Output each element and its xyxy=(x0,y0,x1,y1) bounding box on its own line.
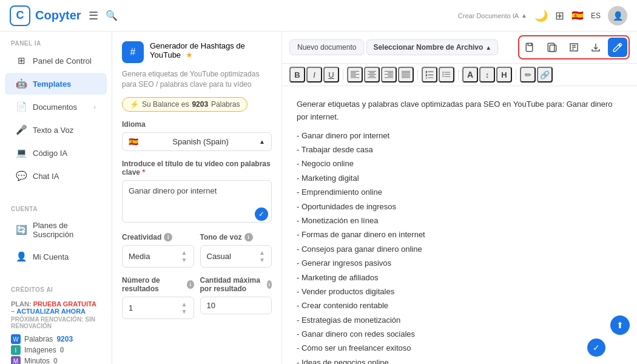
sidebar-item-documentos[interactable]: 📄 Documentos › xyxy=(5,96,107,118)
file-btn-doc[interactable] xyxy=(564,38,584,57)
balance-value: 9203 xyxy=(192,100,208,109)
credit-value: 0 xyxy=(53,357,58,364)
list-item: - Ganar dinero con redes sociales xyxy=(297,327,622,341)
check-float-btn[interactable]: ✓ xyxy=(587,339,605,357)
list-item: - Formas de ganar dinero en internet xyxy=(297,228,622,241)
fmt-sep-1 xyxy=(343,69,343,80)
format-font-size[interactable]: A xyxy=(462,67,478,83)
credit-value: 9203 xyxy=(56,335,73,343)
topnav: C Copyter ☰ 🔍 Crear Documento IA ▲ 🌙 ⊞ 🇪… xyxy=(0,0,637,32)
format-align-center[interactable] xyxy=(364,67,380,83)
select-archivo-btn[interactable]: Seleccionar Nombre de Archivo ▲ xyxy=(366,39,498,55)
format-link[interactable]: 🔗 xyxy=(537,67,553,83)
balance-label: Su Balance es xyxy=(142,100,189,109)
credit-minutos: M Minutos 0 xyxy=(11,356,101,364)
editor-content: Generar etiquetas y palabras clave optim… xyxy=(282,86,637,364)
creatividad-select[interactable]: Media ▲▼ xyxy=(122,245,194,268)
format-align-justify[interactable] xyxy=(398,67,414,83)
num-stepper-arrows[interactable]: ▲▼ xyxy=(181,301,187,315)
creatividad-stepper[interactable]: ▲▼ xyxy=(181,249,187,263)
idioma-label: Idioma xyxy=(122,120,272,129)
content-intro: Generar etiquetas y palabras clave optim… xyxy=(297,98,622,124)
tono-info-icon[interactable]: i xyxy=(244,233,253,241)
svg-rect-2 xyxy=(550,45,556,52)
format-italic[interactable]: I xyxy=(306,67,322,83)
templates-icon: 🤖 xyxy=(16,78,27,89)
format-heading[interactable]: H xyxy=(496,67,512,83)
credit-label: Imágenes xyxy=(24,346,56,354)
star-icon: ★ xyxy=(186,50,193,59)
bolt-icon: ⚡ xyxy=(130,100,139,109)
format-bold[interactable]: B xyxy=(289,67,305,83)
list-item: - Oportunidades de ingresos xyxy=(297,200,622,214)
doc-name-btn[interactable]: Nuevo documento xyxy=(289,39,364,55)
sidebar-item-chat-ia[interactable]: 💬 Chat IA xyxy=(5,165,107,187)
tono-select[interactable]: Casual ▲▼ xyxy=(200,245,272,268)
sidebar-item-label: Chat IA xyxy=(33,172,59,181)
user-avatar[interactable]: 👤 xyxy=(608,6,627,25)
dark-mode-icon[interactable]: 🌙 xyxy=(534,9,548,22)
logo-box: C xyxy=(10,5,30,26)
num-resultados-label: Número de resultados i xyxy=(122,276,194,293)
file-btn-copy[interactable] xyxy=(542,38,562,57)
format-list-unordered[interactable] xyxy=(439,67,454,83)
tono-stepper[interactable]: ▲▼ xyxy=(259,249,265,263)
idioma-select[interactable]: 🇪🇸 Spanish (Spain) ▲ xyxy=(122,132,272,151)
sidebar-item-label: Mi Cuenta xyxy=(33,252,69,261)
num-resultados-stepper[interactable]: 1 ▲▼ xyxy=(122,297,194,319)
format-paint[interactable]: ✏ xyxy=(520,67,536,83)
fmt-sep-2 xyxy=(417,69,418,80)
scroll-to-top-btn[interactable]: ⬆ xyxy=(610,315,630,335)
creatividad-value: Media xyxy=(129,252,150,261)
num-resultados-info-icon[interactable]: i xyxy=(187,280,194,289)
renovacion-label: PRÓXIMA RENOVACIÓN: SIN RENOVACIÓN xyxy=(11,316,101,329)
cantidad-max-label: Cantidad máxima por resultado i xyxy=(200,276,272,293)
fullscreen-icon[interactable]: ⊞ xyxy=(555,9,564,22)
cantidad-max-stepper[interactable]: 10 xyxy=(200,297,272,314)
file-btn-new[interactable] xyxy=(521,38,540,57)
list-item: - Ideas de negocios online xyxy=(297,356,622,364)
sidebar-item-codigo-ia[interactable]: 💻 Código IA xyxy=(5,142,107,164)
plan-upgrade[interactable]: ACTUALIZAR AHORA xyxy=(16,308,86,315)
cantidad-max-info-icon[interactable]: i xyxy=(267,280,272,289)
crear-label: Crear Documento IA xyxy=(458,12,519,19)
list-item: - Consejos para ganar dinero online xyxy=(297,242,622,256)
format-underline[interactable]: U xyxy=(323,67,339,83)
format-line-height[interactable]: ↕ xyxy=(479,67,495,83)
sidebar-item-texto-voz[interactable]: 🎤 Texto a Voz xyxy=(5,119,107,141)
tono-value: Casual xyxy=(207,252,231,261)
list-item: - Estrategias de monetización xyxy=(297,313,622,327)
credit-label: Minutos xyxy=(24,357,50,364)
titulo-textarea[interactable]: Ganar dinero por internet xyxy=(122,180,272,223)
balance-unit: Palabras xyxy=(211,100,240,109)
panel-ia-label: PANEL IA xyxy=(0,32,112,49)
credit-imagenes: I Imágenes 0 xyxy=(11,345,101,355)
cuenta-label: CUENTA xyxy=(0,197,112,215)
minutos-icon: M xyxy=(11,356,21,364)
file-btn-edit-active[interactable] xyxy=(608,38,627,57)
sidebar-item-templates[interactable]: 🤖 Templates xyxy=(5,73,107,95)
sidebar-item-planes[interactable]: 🔄 Planes de Suscripción xyxy=(5,215,107,244)
search-icon[interactable]: 🔍 xyxy=(106,10,118,21)
logo-name: Copyter xyxy=(35,8,81,22)
menu-icon[interactable]: ☰ xyxy=(89,9,98,22)
sidebar-item-label: Planes de Suscripción xyxy=(33,221,96,239)
format-align-right[interactable] xyxy=(381,67,397,83)
fmt-sep-3 xyxy=(458,69,459,80)
tool-description: Genera etiquetas de YouTube optimizadas … xyxy=(122,69,272,90)
logo[interactable]: C Copyter xyxy=(10,5,81,26)
crear-documento-btn[interactable]: Crear Documento IA ▲ xyxy=(458,12,527,19)
list-item: - Vender productos digitales xyxy=(297,285,622,298)
select-archivo-label: Seleccionar Nombre de Archivo xyxy=(373,43,483,52)
tono-label: Tono de voz i xyxy=(200,233,272,241)
tono-group: Tono de voz i Casual ▲▼ xyxy=(200,233,272,268)
format-list-ordered[interactable] xyxy=(422,67,437,83)
file-btn-download[interactable] xyxy=(586,38,605,57)
sidebar-item-panel-control[interactable]: ⊞ Panel de Control xyxy=(5,50,107,72)
list-item: - Emprendimiento online xyxy=(297,185,622,199)
sidebar-item-mi-cuenta[interactable]: 👤 Mi Cuenta xyxy=(5,246,107,268)
format-align-left[interactable] xyxy=(347,67,363,83)
creatividad-info-icon[interactable]: i xyxy=(164,233,172,241)
file-action-btns xyxy=(518,35,630,59)
num-resultados-value: 1 xyxy=(129,303,133,312)
